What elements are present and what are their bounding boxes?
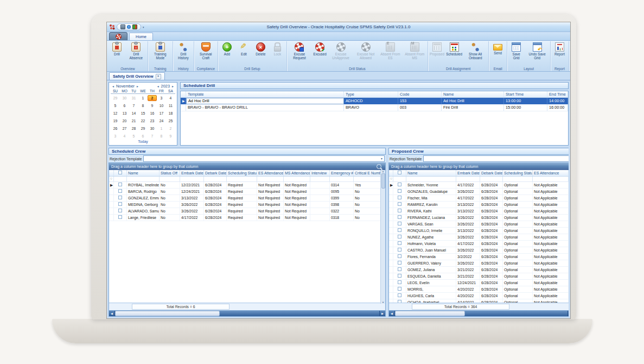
send-button[interactable]: Send xyxy=(489,41,506,55)
rejection-template-combo[interactable]: ▼ xyxy=(143,155,385,162)
crew-row[interactable]: NUNEZ, Agathe3/26/20226/28/2024OptionalN… xyxy=(389,234,569,241)
crew-row[interactable]: BARCIA, RodrigoNo12/24/20216/28/2024Requ… xyxy=(109,189,385,195)
filter-cell[interactable] xyxy=(533,177,569,181)
calendar-day[interactable]: 15 xyxy=(138,110,148,116)
select-all-checkbox[interactable] xyxy=(393,170,406,176)
undo-save-grid-button[interactable]: Undo Save Grid xyxy=(525,41,550,60)
column-header-start-time[interactable]: Start Time xyxy=(504,91,547,97)
prev-month-icon[interactable]: ◄ xyxy=(112,85,114,88)
calendar-day[interactable]: 3 xyxy=(111,133,120,139)
column-header-template[interactable]: Template xyxy=(186,91,344,97)
filter-cell[interactable] xyxy=(354,177,381,181)
crew-row[interactable]: ALVARADO, SamuelNo3/26/20226/28/2024Requ… xyxy=(109,208,385,215)
row-checkbox[interactable] xyxy=(393,247,406,253)
calendar-day[interactable]: 12 xyxy=(111,110,120,116)
search-icon[interactable] xyxy=(377,164,381,169)
next-month-icon[interactable]: ► xyxy=(136,85,139,88)
horizontal-scrollbar[interactable]: ◀ ▶ xyxy=(389,310,569,316)
filter-cell[interactable] xyxy=(180,177,204,181)
vertical-scrollbar[interactable]: ▲ ▼ xyxy=(380,170,385,304)
crew-row[interactable]: GONZALES, Guadalupe3/26/20226/28/2024Opt… xyxy=(389,189,569,195)
scroll-down-icon[interactable]: ▼ xyxy=(382,301,384,304)
row-checkbox[interactable] xyxy=(393,241,406,247)
row-checkbox[interactable] xyxy=(393,286,406,292)
column-header-name[interactable]: Name xyxy=(406,170,456,176)
scheduled-button[interactable]: Scheduled xyxy=(445,41,463,56)
row-checkbox[interactable] xyxy=(393,273,406,279)
calendar-day-selected[interactable]: 2 xyxy=(148,95,157,101)
calendar-today-link[interactable]: Today xyxy=(111,140,175,145)
row-checkbox[interactable] xyxy=(393,234,406,240)
log-icon[interactable] xyxy=(132,24,137,29)
survival-craft-button[interactable]: Survival Craft xyxy=(195,41,217,60)
crew-row[interactable]: RIVERA, Kathi3/13/20226/28/2024OptionalN… xyxy=(389,208,569,215)
crew-row[interactable]: MORRIS,4/20/20226/28/2024OptionalNot App… xyxy=(389,286,569,293)
crew-row[interactable]: ESQUEDA, Daniella3/21/20226/28/2024Optio… xyxy=(389,273,569,280)
crew-row[interactable]: GUERRERO, Valery3/26/20226/28/2024Option… xyxy=(389,260,569,267)
tab-home[interactable]: Home xyxy=(129,33,153,40)
calendar-day[interactable]: 19 xyxy=(111,118,120,124)
scrollbar-thumb[interactable] xyxy=(395,311,465,316)
row-checkbox[interactable] xyxy=(393,280,406,286)
crew-row[interactable]: Lange, FriedlieseNo4/17/20226/28/2024Req… xyxy=(109,215,385,221)
close-icon[interactable]: ✕ xyxy=(156,74,161,79)
calendar-day[interactable]: 6 xyxy=(138,133,148,139)
calendar-day[interactable]: 5 xyxy=(111,103,120,109)
next-year-icon[interactable]: ► xyxy=(171,85,174,88)
info-icon[interactable]: i xyxy=(127,25,131,29)
crew-row[interactable]: RONQUILLO, Irmelie3/13/20226/28/2024Opti… xyxy=(389,228,569,234)
column-header-debark-date[interactable]: Debark Date xyxy=(480,170,503,176)
column-header-debark-date[interactable]: Debark Date xyxy=(204,170,227,176)
horizontal-scrollbar[interactable]: ◀ ▶ xyxy=(109,310,385,316)
scroll-right-icon[interactable]: ▶ xyxy=(379,311,385,316)
calendar-day[interactable]: 30 xyxy=(148,125,157,131)
group-by-bar[interactable]: Drag a column header here to group by th… xyxy=(109,163,385,170)
filter-cell[interactable] xyxy=(393,177,406,181)
filter-cell[interactable] xyxy=(227,177,257,181)
scrollbar-thumb[interactable] xyxy=(381,173,385,189)
calendar-day[interactable]: 28 xyxy=(129,125,138,131)
scroll-left-icon[interactable]: ◀ xyxy=(109,311,115,316)
scrollbar-thumb[interactable] xyxy=(115,311,220,316)
calendar-day[interactable]: 11 xyxy=(166,103,175,109)
calendar-day[interactable]: 3 xyxy=(157,95,166,101)
crew-row[interactable]: ▶ROYBAL, ImelindeNo12/22/20216/28/2024Re… xyxy=(109,182,385,189)
scrollbar-track[interactable] xyxy=(465,311,568,316)
column-header-type[interactable]: Type xyxy=(344,91,398,97)
calendar-day[interactable]: 2 xyxy=(166,125,175,131)
calendar-day[interactable]: 25 xyxy=(166,118,175,124)
scroll-right-icon[interactable]: ▶ xyxy=(568,311,569,316)
delete-button[interactable]: Delete xyxy=(252,41,269,56)
column-header-critical-e-number[interactable]: Critical E Number xyxy=(354,170,381,176)
select-all-checkbox[interactable] xyxy=(114,170,127,176)
filter-cell[interactable] xyxy=(284,177,310,181)
row-checkbox[interactable] xyxy=(393,293,406,299)
calendar-day[interactable]: 30 xyxy=(120,95,129,101)
calendar-day[interactable]: 6 xyxy=(120,103,129,109)
excused-button[interactable]: Excused xyxy=(311,41,328,56)
edit-button[interactable]: Edit xyxy=(235,41,252,56)
calendar-day[interactable]: 23 xyxy=(148,118,157,124)
column-header-es-attendance[interactable]: ES Attendance xyxy=(257,170,284,176)
column-header-scheduling-status[interactable]: Scheduling Status xyxy=(503,170,533,176)
crew-row[interactable]: ▶Schneider, Yvonne4/17/20226/28/2024Opti… xyxy=(389,182,569,189)
calendar-day[interactable]: 8 xyxy=(138,103,148,109)
calendar-day[interactable]: 7 xyxy=(129,103,138,109)
column-header-scheduling-status[interactable]: Scheduling Status xyxy=(227,170,257,176)
calendar-day[interactable]: 31 xyxy=(129,95,138,101)
column-header-name[interactable]: Name xyxy=(442,91,504,97)
drill-row[interactable]: ▶Ad Hoc DrillADHOCD153Ad Hoc Drill13:00:… xyxy=(181,98,568,104)
column-header-code[interactable]: Code xyxy=(398,91,442,97)
tab-safety-drill-overview[interactable]: Safety Drill Overview ✕ xyxy=(109,72,165,80)
crew-row[interactable]: HUGHES, Carla4/20/20226/28/2024OptionalN… xyxy=(389,293,569,299)
row-checkbox[interactable] xyxy=(114,195,127,201)
drill-button[interactable]: Drill xyxy=(109,41,125,56)
calendar-day[interactable]: 17 xyxy=(157,110,166,116)
row-checkbox[interactable] xyxy=(393,215,406,221)
calendar-day[interactable]: 29 xyxy=(138,125,148,131)
column-header-embark-date[interactable]: Embark Date xyxy=(456,170,480,176)
application-button[interactable] xyxy=(109,32,127,40)
filter-cell[interactable] xyxy=(406,177,456,181)
calendar-day[interactable]: 1 xyxy=(157,125,166,131)
crew-row[interactable]: VARGAS, Sean3/26/20226/28/2024OptionalNo… xyxy=(389,221,569,228)
